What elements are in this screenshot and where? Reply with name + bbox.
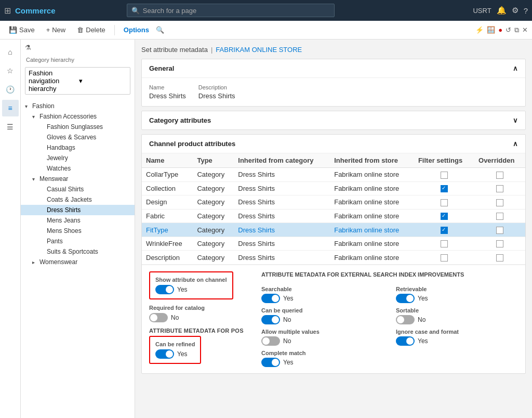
table-row[interactable]: WrinkleFreeCategoryDress ShirtsFabrikam … <box>142 237 525 251</box>
category-attributes-header[interactable]: Category attributes ∨ <box>142 111 525 129</box>
table-row[interactable]: CollectionCategoryDress ShirtsFabrikam o… <box>142 181 525 195</box>
retrievable-toggle[interactable] <box>396 294 415 303</box>
category-tree: ▾Fashion▾Fashion AccessoriesFashion Sung… <box>21 99 135 418</box>
can-be-queried-item: Can be queried No <box>261 307 383 324</box>
desc-field-group: Description Dress Shirts <box>198 84 235 100</box>
tree-item-fashion-accessories[interactable]: ▾Fashion Accessories <box>21 111 135 122</box>
toolbar-icon-close[interactable]: ✕ <box>522 26 528 34</box>
settings-icon[interactable]: ⚙ <box>512 6 518 15</box>
name-field-group: Name Dress Shirts <box>149 84 186 100</box>
toolbar-icon-5[interactable]: ⧉ <box>514 26 519 34</box>
toolbar-icon-4[interactable]: ↺ <box>506 26 511 34</box>
new-button[interactable]: + New <box>42 24 71 36</box>
tree-item-dress-shirts[interactable]: Dress Shirts <box>21 205 135 215</box>
save-icon: 💾 <box>9 26 17 34</box>
name-value: Dress Shirts <box>149 92 186 100</box>
search-bar[interactable]: 🔍 Search for a page <box>127 4 335 17</box>
allow-multiple-toggle-row: No <box>261 336 383 346</box>
ignore-case-item: Ignore case and format Yes <box>396 329 518 346</box>
can-be-queried-toggle[interactable] <box>261 315 280 324</box>
bell-icon[interactable]: 🔔 <box>497 6 507 15</box>
category-hierarchy-label: Category hierarchy <box>21 53 135 65</box>
nav-star[interactable]: ☆ <box>2 62 19 79</box>
filter-icon: ⚗ <box>25 44 31 51</box>
show-attr-toggle-row: Yes <box>155 285 227 294</box>
tree-item-suits-sportcoats[interactable]: Suits & Sportcoats <box>21 246 135 257</box>
search-icon: 🔍 <box>131 7 140 15</box>
breadcrumb-store: FABRIKAM ONLINE STORE <box>216 46 302 54</box>
col-header-inherited-from-store: Inherited from store <box>330 153 414 168</box>
nav-clock[interactable]: 🕐 <box>2 81 19 98</box>
can-be-queried-label: Can be queried <box>261 307 383 314</box>
tree-item-coats-jackets[interactable]: Coats & Jackets <box>21 194 135 205</box>
searchable-toggle[interactable] <box>261 294 280 303</box>
tree-item-fashion-sunglasses[interactable]: Fashion Sunglasses <box>21 122 135 132</box>
channel-attributes-header[interactable]: Channel product attributes ∧ <box>142 135 525 153</box>
can-be-refined-toggle[interactable] <box>155 349 174 359</box>
can-be-refined-label: Can be refined <box>155 341 195 347</box>
sortable-toggle[interactable] <box>396 315 415 324</box>
ignore-case-toggle[interactable] <box>396 336 415 346</box>
allow-multiple-toggle-label: No <box>283 337 291 345</box>
toolbar-search-icon[interactable]: 🔍 <box>156 26 164 34</box>
sortable-item: Sortable No <box>396 307 518 324</box>
app-grid-icon[interactable]: ⊞ <box>4 6 11 16</box>
can-be-refined-toggle-row: Yes <box>155 349 195 359</box>
complete-match-toggle[interactable] <box>261 358 280 367</box>
can-be-refined-toggle-label: Yes <box>177 350 188 358</box>
pos-section-title: ATTRIBUTE METADATA FOR POS <box>149 328 253 334</box>
name-label: Name <box>149 84 186 90</box>
show-attr-knob <box>166 286 173 293</box>
tree-item-fashion[interactable]: ▾Fashion <box>21 101 135 111</box>
nav-home[interactable]: ⌂ <box>2 44 19 60</box>
required-catalog-toggle[interactable] <box>149 313 168 322</box>
toolbar-icon-2[interactable]: 🪟 <box>487 26 495 34</box>
table-row[interactable]: CollarTypeCategoryDress ShirtsFabrikam o… <box>142 168 525 182</box>
options-button[interactable]: Options <box>119 24 154 36</box>
required-catalog-knob <box>150 314 157 321</box>
retrievable-toggle-row: Yes <box>396 294 518 303</box>
tree-item-mens-shoes[interactable]: Mens Shoes <box>21 226 135 236</box>
search-index-title: ATTRIBUTE METADATA FOR EXTERNAL SEARCH I… <box>261 271 518 278</box>
sortable-toggle-label: No <box>418 316 425 323</box>
general-section-header[interactable]: General ∧ <box>142 59 525 78</box>
toolbar-separator <box>114 25 115 35</box>
tree-item-gloves-scarves[interactable]: Gloves & Scarves <box>21 132 135 142</box>
show-attr-toggle[interactable] <box>155 285 174 294</box>
table-row[interactable]: FabricCategoryDress ShirtsFabrikam onlin… <box>142 209 525 223</box>
table-row[interactable]: FitTypeCategoryDress ShirtsFabrikam onli… <box>142 223 525 237</box>
save-button[interactable]: 💾 Save <box>4 24 39 36</box>
toolbar-icon-3[interactable]: ● <box>498 26 502 34</box>
can-be-queried-toggle-row: No <box>261 315 383 324</box>
nav-list[interactable]: ≡ <box>2 100 19 116</box>
tree-item-pants[interactable]: Pants <box>21 236 135 246</box>
table-row[interactable]: DescriptionCategoryDress ShirtsFabrikam … <box>142 251 525 265</box>
allow-multiple-toggle[interactable] <box>261 336 280 346</box>
hierarchy-dropdown[interactable]: Fashion navigation hierarchy ▾ <box>25 67 130 95</box>
col-header-inherited-from-category: Inherited from category <box>234 153 330 168</box>
bottom-panels: Show attribute on channel Yes Required f… <box>142 265 525 373</box>
tree-item-mens-jeans[interactable]: Mens Jeans <box>21 215 135 226</box>
toolbar-icon-1[interactable]: ⚡ <box>475 26 484 34</box>
col-header-filter-settings: Filter settings <box>414 153 474 168</box>
tree-item-handbags[interactable]: Handbags <box>21 142 135 153</box>
tree-item-jewelry[interactable]: Jewelry <box>21 153 135 163</box>
required-catalog-panel: Required for catalog No <box>149 305 205 322</box>
search-placeholder: Search for a page <box>143 7 196 15</box>
delete-button[interactable]: 🗑 Delete <box>72 24 110 36</box>
nav-lines[interactable]: ☰ <box>2 119 19 135</box>
table-row[interactable]: DesignCategoryDress ShirtsFabrikam onlin… <box>142 195 525 210</box>
tree-item-womenswear[interactable]: ▸Womenswear <box>21 257 135 267</box>
table-wrapper: NameTypeInherited from categoryInherited… <box>142 153 525 265</box>
tree-item-menswear[interactable]: ▾Menswear <box>21 174 135 184</box>
search-index-grid: Searchable Yes Retrievable <box>261 286 518 367</box>
add-icon: + <box>46 26 50 34</box>
tree-item-casual-shirts[interactable]: Casual Shirts <box>21 184 135 194</box>
channel-attr-collapse-icon: ∧ <box>513 140 518 148</box>
tree-item-watches[interactable]: Watches <box>21 163 135 174</box>
desc-label: Description <box>198 84 235 90</box>
complete-match-toggle-label: Yes <box>283 359 294 366</box>
breadcrumb-page: Set attribute metadata <box>141 46 208 54</box>
help-icon[interactable]: ? <box>524 6 528 15</box>
sortable-toggle-row: No <box>396 315 518 324</box>
